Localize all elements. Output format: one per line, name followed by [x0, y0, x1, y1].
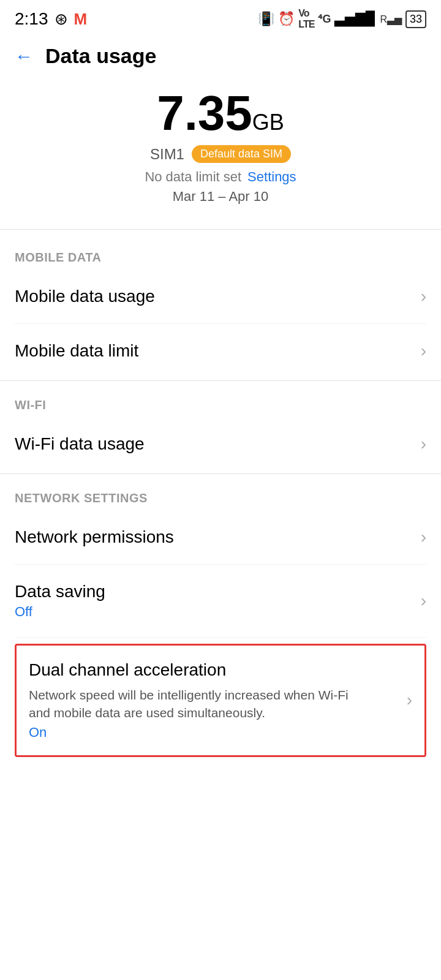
mobile-data-limit-title: Mobile data limit	[15, 341, 138, 361]
mobile-data-usage-item[interactable]: Mobile data usage ›	[15, 270, 426, 324]
mobile-data-usage-left: Mobile data usage	[15, 287, 155, 306]
wifi-header: WI-FI	[15, 383, 426, 417]
data-amount-display: 7.35GB	[157, 86, 284, 140]
signal-icon: ▃▅▇▉	[334, 11, 376, 27]
dual-channel-title: Dual channel acceleration	[29, 660, 353, 680]
main-divider	[0, 229, 441, 230]
wifi-data-usage-title: Wi-Fi data usage	[15, 434, 145, 454]
default-sim-badge: Default data SIM	[192, 145, 291, 163]
dual-channel-subtitle: Network speed will be intelligently incr…	[29, 686, 353, 722]
network-type-icon: VoLTE	[298, 8, 314, 30]
data-saving-item[interactable]: Data saving Off ›	[15, 565, 426, 638]
page-title: Data usage	[45, 44, 156, 68]
status-time: 2:13	[15, 9, 48, 29]
dual-channel-left: Dual channel acceleration Network speed …	[29, 660, 353, 741]
sim-label: SIM1	[150, 146, 184, 163]
no-limit-row: No data limit set Settings	[145, 169, 296, 185]
data-saving-chevron: ›	[421, 591, 426, 611]
network-permissions-title: Network permissions	[15, 527, 174, 547]
4g-icon: ⁴G	[318, 12, 331, 26]
whatsapp-icon: ⊛	[55, 10, 68, 29]
network-permissions-item[interactable]: Network permissions ›	[15, 510, 426, 565]
gmail-icon: M	[74, 10, 88, 29]
data-amount-value: 7.35	[157, 86, 252, 140]
network-settings-section: NETWORK SETTINGS Network permissions › D…	[0, 477, 441, 757]
status-right: 📳 ⏰ VoLTE ⁴G ▃▅▇▉ R▃▅ 33	[258, 8, 426, 30]
network-permissions-chevron: ›	[421, 527, 426, 547]
sim-row: SIM1 Default data SIM	[150, 145, 291, 163]
mobile-data-section: MOBILE DATA Mobile data usage › Mobile d…	[0, 236, 441, 378]
mobile-data-usage-title: Mobile data usage	[15, 287, 155, 306]
data-saving-left: Data saving Off	[15, 582, 105, 620]
data-saving-status: Off	[15, 604, 105, 620]
mobile-data-limit-item[interactable]: Mobile data limit ›	[15, 324, 426, 378]
network-permissions-left: Network permissions	[15, 527, 174, 547]
date-range: Mar 11 – Apr 10	[173, 189, 269, 205]
mobile-data-limit-chevron: ›	[421, 341, 426, 361]
mobile-data-limit-left: Mobile data limit	[15, 341, 138, 361]
mobile-data-header: MOBILE DATA	[15, 236, 426, 270]
wifi-data-usage-left: Wi-Fi data usage	[15, 434, 145, 454]
wifi-data-usage-item[interactable]: Wi-Fi data usage ›	[15, 417, 426, 471]
no-limit-text: No data limit set	[145, 169, 241, 185]
network-divider	[0, 473, 441, 474]
data-amount-section: 7.35GB SIM1 Default data SIM No data lim…	[0, 80, 441, 223]
network-settings-header: NETWORK SETTINGS	[15, 477, 426, 510]
dual-channel-chevron: ›	[407, 690, 412, 710]
dual-channel-status: On	[29, 725, 353, 741]
data-unit: GB	[252, 110, 284, 135]
data-saving-title: Data saving	[15, 582, 105, 601]
wifi-section: WI-FI Wi-Fi data usage ›	[0, 383, 441, 471]
status-left: 2:13 ⊛ M	[15, 9, 87, 29]
mobile-data-usage-chevron: ›	[421, 287, 426, 306]
wifi-divider	[0, 380, 441, 381]
wifi-data-usage-chevron: ›	[421, 434, 426, 454]
page-header: ← Data usage	[0, 34, 441, 80]
dual-channel-item[interactable]: Dual channel acceleration Network speed …	[15, 644, 426, 757]
vibrate-icon: 📳	[258, 11, 274, 27]
battery-indicator: 33	[405, 10, 426, 28]
roaming-signal-icon: R▃▅	[380, 13, 402, 25]
status-bar: 2:13 ⊛ M 📳 ⏰ VoLTE ⁴G ▃▅▇▉ R▃▅ 33	[0, 0, 441, 34]
settings-link[interactable]: Settings	[247, 169, 296, 185]
back-button[interactable]: ←	[15, 46, 33, 67]
alarm-icon: ⏰	[278, 11, 295, 27]
